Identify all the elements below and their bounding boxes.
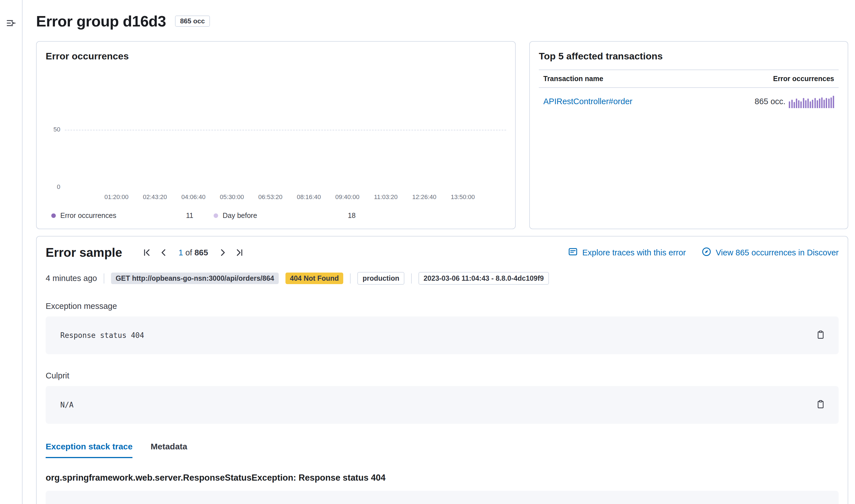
culprit-label: Culprit: [46, 371, 839, 380]
error-occurrences-panel: Error occurrences 50 0 01:20:0002:43:200…: [36, 41, 516, 229]
error-sample-header: Error sample 1 of 865: [46, 246, 839, 259]
last-page-icon: [235, 250, 244, 259]
transaction-link[interactable]: APIRestController#order: [543, 97, 632, 106]
copy-culprit-button[interactable]: [815, 399, 826, 411]
y-tick-label: 0: [46, 183, 60, 191]
x-tick-label: 06:53:20: [258, 194, 283, 201]
spark-bar: [807, 98, 809, 108]
time-ago: 4 minutes ago: [46, 274, 97, 283]
divider: [104, 273, 104, 284]
x-tick-label: 05:30:00: [220, 194, 244, 201]
menu-expand-button[interactable]: [5, 17, 17, 29]
main-content: Error group d16d3 865 occ Error occurren…: [22, 0, 855, 504]
current-page: 1: [178, 248, 183, 257]
x-tick-label: 13:50:00: [451, 194, 475, 201]
spark-bar: [819, 98, 820, 108]
chart-legend: Error occurrences11Day before18: [46, 212, 506, 220]
tab-exception-stack-trace[interactable]: Exception stack trace: [46, 442, 133, 458]
spark-bar: [809, 101, 811, 108]
view-in-discover-link[interactable]: View 865 occurrences in Discover: [702, 247, 839, 258]
divider: [411, 273, 412, 284]
compass-icon: [702, 247, 711, 258]
error-sample-title: Error sample: [46, 246, 122, 259]
stack-trace-title: org.springframework.web.server.ResponseS…: [46, 473, 839, 483]
legend-dot-icon: [214, 213, 218, 218]
sample-pagination: 1 of 865: [141, 247, 245, 258]
tabs: Exception stack traceMetadata: [46, 442, 839, 458]
spark-bar: [793, 102, 795, 108]
legend-value: 18: [348, 212, 356, 220]
of-label: of: [186, 248, 192, 257]
legend-label: Error occurrences: [60, 212, 116, 220]
x-tick-label: 11:03:20: [374, 194, 398, 201]
chevron-left-icon: [159, 250, 168, 259]
spark-bar: [817, 100, 818, 108]
exception-message-block: Response status 404: [46, 317, 839, 354]
spark-bar: [796, 98, 797, 108]
exception-message-value: Response status 404: [60, 331, 144, 340]
first-page-icon: [142, 250, 151, 259]
tab-metadata[interactable]: Metadata: [151, 442, 187, 458]
exception-message-label: Exception message: [46, 302, 839, 311]
x-tick-label: 08:16:40: [297, 194, 321, 201]
legend-item-error-occurrences[interactable]: Error occurrences11: [51, 212, 214, 220]
spark-bar: [791, 100, 793, 108]
explore-traces-label: Explore traces with this error: [582, 248, 686, 257]
request-badge: GET http://opbeans-go-nsn:3000/api/order…: [111, 273, 279, 284]
status-badge: 404 Not Found: [285, 273, 344, 284]
last-page-button[interactable]: [234, 247, 245, 258]
transactions-table-header: Transaction name Error occurrences: [539, 70, 839, 88]
culprit-block: N/A: [46, 386, 839, 424]
next-page-button[interactable]: [217, 247, 228, 258]
spark-bar: [831, 97, 832, 108]
column-transaction-name: Transaction name: [543, 75, 603, 83]
copy-exception-message-button[interactable]: [815, 329, 826, 342]
previous-page-button[interactable]: [158, 247, 169, 258]
spark-bar: [815, 98, 816, 108]
spark-bar: [805, 100, 806, 108]
occurrences-chart-plot: [65, 72, 506, 189]
chevron-right-icon: [218, 250, 227, 259]
spark-bar: [828, 98, 830, 108]
table-row: APIRestController#order 865 occ.: [539, 88, 839, 115]
legend-item-day-before[interactable]: Day before18: [214, 212, 376, 220]
spark-bar: [826, 98, 827, 108]
spark-bar: [821, 97, 823, 108]
top-row: Error occurrences 50 0 01:20:0002:43:200…: [36, 41, 848, 229]
spark-bar: [798, 100, 800, 108]
affected-transactions-panel: Top 5 affected transactions Transaction …: [529, 41, 848, 229]
environment-badge: production: [357, 272, 404, 285]
trace-waterfall-icon: [568, 247, 578, 258]
explore-traces-link[interactable]: Explore traces with this error: [568, 247, 686, 258]
total-pages: 865: [194, 248, 208, 257]
spark-bar: [789, 101, 790, 108]
sample-actions: Explore traces with this error View 865 …: [568, 247, 839, 258]
column-error-occurrences: Error occurrences: [773, 75, 834, 83]
menu-expand-icon: [6, 21, 16, 30]
culprit-value: N/A: [60, 401, 73, 409]
gridline-50: [65, 130, 506, 130]
page-title: Error group d16d3: [36, 12, 166, 30]
page-indicator: 1 of 865: [178, 248, 208, 257]
legend-value: 11: [186, 212, 193, 220]
sample-meta-row: 4 minutes ago GET http://opbeans-go-nsn:…: [46, 272, 839, 285]
version-badge: 2023-03-06 11:04:43 - 8.8.0-4dc109f9: [418, 272, 549, 285]
x-tick-label: 02:43:20: [143, 194, 167, 201]
spark-bar: [800, 101, 802, 108]
clipboard-icon: [816, 402, 825, 411]
spark-bar: [823, 100, 825, 108]
x-tick-label: 12:26:40: [412, 194, 437, 201]
legend-dot-icon: [51, 213, 56, 218]
x-tick-label: 09:40:00: [335, 194, 360, 201]
first-page-button[interactable]: [141, 247, 153, 258]
spark-bar: [812, 100, 813, 108]
occurrences-chart: 50 0 01:20:0002:43:2004:06:4005:30:0006:…: [46, 72, 506, 202]
occurrence-count-badge: 865 occ: [175, 16, 210, 27]
error-sample-panel: Error sample 1 of 865: [36, 236, 848, 504]
x-axis-labels: 01:20:0002:43:2004:06:4005:30:0006:53:20…: [65, 194, 506, 202]
clipboard-icon: [816, 332, 825, 341]
y-tick-label: 50: [46, 126, 60, 133]
spark-bar: [833, 96, 834, 108]
x-tick-label: 04:06:40: [181, 194, 206, 201]
stack-trace-block: at co.elastic.apm.opbeans.controllers.AP…: [46, 491, 839, 504]
